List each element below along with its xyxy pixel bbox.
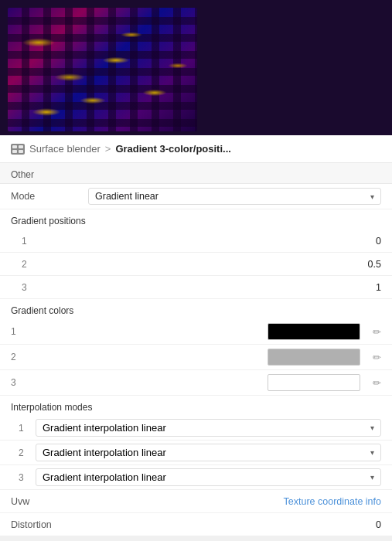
distortion-row: Distortion 0 bbox=[0, 513, 392, 536]
position-index-2: 2 bbox=[22, 259, 37, 270]
uvw-row: Uvw Texture coordinate info bbox=[0, 490, 392, 513]
position-value-2: 0.5 bbox=[37, 259, 381, 270]
uvw-link[interactable]: Texture coordinate info bbox=[284, 496, 381, 507]
svg-rect-2 bbox=[12, 150, 17, 153]
gradient-position-row-2: 2 0.5 bbox=[0, 253, 392, 276]
color-row-1: 1 ✏ bbox=[0, 319, 392, 345]
color-index-3: 3 bbox=[11, 377, 26, 388]
preview-area bbox=[0, 0, 392, 135]
gradient-position-row-1: 1 0 bbox=[0, 230, 392, 253]
color-index-1: 1 bbox=[11, 326, 26, 337]
color-swatch-3[interactable] bbox=[268, 374, 360, 391]
distortion-label: Distortion bbox=[11, 519, 88, 530]
svg-rect-1 bbox=[19, 145, 23, 148]
breadcrumb: Surface blender > Gradient 3-color/posit… bbox=[0, 135, 392, 163]
texture-preview bbox=[8, 8, 197, 131]
position-value-3: 1 bbox=[37, 282, 381, 293]
color-row-2: 2 ✏ bbox=[0, 345, 392, 370]
interp-arrow-3: ▾ bbox=[370, 473, 374, 481]
position-index-1: 1 bbox=[22, 236, 37, 247]
breadcrumb-separator: > bbox=[105, 143, 111, 155]
distortion-value: 0 bbox=[376, 519, 381, 530]
section-other-header: Other bbox=[0, 163, 392, 184]
mode-select-value: Gradient linear bbox=[95, 191, 159, 202]
interp-row-2: 2 Gradient interpolation linear ▾ bbox=[0, 441, 392, 465]
interp-value-3: Gradient interpolation linear bbox=[43, 471, 166, 483]
interp-index-3: 3 bbox=[19, 472, 29, 483]
color-edit-icon-1[interactable]: ✏ bbox=[373, 326, 381, 338]
interp-value-1: Gradient interpolation linear bbox=[43, 422, 166, 434]
mode-label: Mode bbox=[11, 191, 88, 202]
interp-select-1[interactable]: Gradient interpolation linear ▾ bbox=[36, 419, 381, 437]
mode-row: Mode Gradient linear ▾ bbox=[0, 184, 392, 209]
interpolation-modes-label: Interpolation modes bbox=[0, 396, 392, 416]
properties-panel: Surface blender > Gradient 3-color/posit… bbox=[0, 135, 392, 536]
color-row-3: 3 ✏ bbox=[0, 370, 392, 396]
position-index-3: 3 bbox=[22, 282, 37, 293]
interp-index-2: 2 bbox=[19, 447, 29, 458]
color-index-2: 2 bbox=[11, 352, 26, 362]
interp-row-1: 1 Gradient interpolation linear ▾ bbox=[0, 416, 392, 441]
gradient-colors-label: Gradient colors bbox=[0, 299, 392, 319]
svg-rect-3 bbox=[19, 150, 23, 153]
interp-arrow-1: ▾ bbox=[370, 424, 374, 432]
color-swatch-1[interactable] bbox=[268, 323, 360, 340]
breadcrumb-parent[interactable]: Surface blender bbox=[29, 143, 101, 155]
interp-row-3: 3 Gradient interpolation linear ▾ bbox=[0, 465, 392, 490]
interp-arrow-2: ▾ bbox=[370, 448, 374, 457]
interp-value-2: Gradient interpolation linear bbox=[43, 447, 166, 458]
svg-rect-0 bbox=[12, 145, 17, 148]
uvw-label: Uvw bbox=[11, 496, 88, 507]
interp-index-1: 1 bbox=[19, 423, 29, 434]
interp-select-3[interactable]: Gradient interpolation linear ▾ bbox=[36, 468, 381, 486]
color-edit-icon-2[interactable]: ✏ bbox=[373, 352, 381, 363]
color-swatch-2[interactable] bbox=[268, 349, 360, 366]
gradient-positions-label: Gradient positions bbox=[0, 209, 392, 230]
mode-select[interactable]: Gradient linear ▾ bbox=[88, 188, 381, 205]
gradient-position-row-3: 3 1 bbox=[0, 276, 392, 299]
breadcrumb-current: Gradient 3-color/positi... bbox=[115, 143, 231, 155]
node-icon bbox=[11, 144, 25, 155]
interp-select-2[interactable]: Gradient interpolation linear ▾ bbox=[36, 444, 381, 461]
position-value-1: 0 bbox=[37, 236, 381, 247]
color-edit-icon-3[interactable]: ✏ bbox=[373, 377, 381, 389]
mode-dropdown-arrow: ▾ bbox=[370, 192, 374, 201]
